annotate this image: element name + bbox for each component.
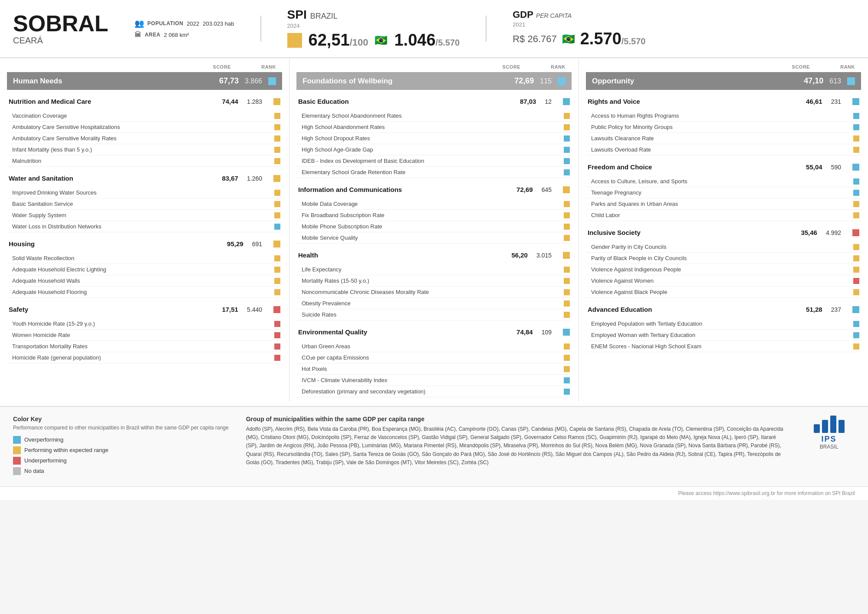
indicator-dot	[564, 124, 570, 130]
housing-title: Housing	[9, 240, 35, 248]
human-needs-indicator	[268, 77, 276, 85]
opportunity-scores: 47,10 613	[804, 76, 855, 86]
indicator-name: Ambulatory Care Sensitive Hospitalizatio…	[12, 124, 274, 130]
legend-underperforming-label: Underperforming	[24, 457, 67, 464]
indicator-row: Fix Broadband Subscription Rate	[296, 210, 572, 221]
adv-ed-rank: 237	[831, 306, 841, 313]
footer-note-text: Please access https://www.spibrasil.org.…	[678, 490, 855, 496]
indicator-dot	[274, 255, 280, 261]
indicator-name: Violence Against Indigenous People	[591, 266, 853, 273]
foundations-title: Foundations of Wellbeing	[302, 77, 392, 86]
info-comm-scores: 72,69 645	[516, 186, 570, 193]
municipalities-block: Group of municipalities within the same …	[246, 416, 786, 467]
indicator-dot	[564, 169, 570, 175]
gdp-block: GDP PER CAPITA 2021 R$ 26.767 🇧🇷 2.570/5…	[513, 9, 645, 48]
foundations-rank: 115	[540, 77, 552, 85]
col-foundations: SCORE RANK Foundations of Wellbeing 72,6…	[289, 58, 579, 402]
env-quality-title: Environmental Quality	[298, 328, 367, 336]
indicator-name: Mobile Service Quality	[302, 234, 564, 241]
housing-indicator	[273, 241, 280, 248]
indicator-row: Solid Waste Recollection	[7, 253, 282, 264]
safety-score: 17,51	[222, 306, 238, 313]
indicator-row: Obesity Prevalence	[296, 298, 572, 309]
legend-overperforming-label: Overperforming	[24, 436, 63, 443]
indicator-dot	[853, 113, 859, 119]
ips-bar-1	[814, 424, 820, 433]
housing-rank: 691	[252, 241, 262, 248]
spi-scores-row: 62,51/100 🇧🇷 1.046/5.570	[287, 31, 460, 50]
indicator-row: Child Labor	[586, 210, 861, 221]
indicator-name: Malnutrition	[12, 158, 274, 164]
col2-rank-label: RANK	[551, 64, 566, 69]
col1-rank-label: RANK	[261, 64, 276, 69]
ips-bar-3	[830, 416, 836, 433]
indicator-dot	[274, 332, 280, 338]
env-quality-scores: 74,84 109	[516, 328, 570, 336]
indicator-name: Elementary School Grade Retention Rate	[302, 169, 564, 175]
basic-ed-score: 87,03	[520, 98, 536, 105]
spi-label: SPI	[287, 8, 307, 22]
indicator-row: Noncommunicable Chronic Diseases Moralit…	[296, 287, 572, 298]
gdp-value: R$ 26.767	[513, 33, 557, 45]
inclusive-indicator	[852, 229, 859, 236]
indicator-name: Adequate Household Walls	[12, 277, 274, 284]
indicator-name: Employed Population with Tertiaty Educat…	[591, 320, 853, 327]
indicator-dot	[853, 190, 859, 196]
freedom-scores: 55,04 590	[806, 163, 859, 171]
indicator-dot	[274, 158, 280, 164]
indicator-row: Life Expectancy	[296, 264, 572, 275]
indicator-name: Public Policy for Minority Groups	[591, 124, 853, 130]
freedom-rank: 590	[831, 164, 841, 171]
spi-color-indicator	[287, 33, 302, 48]
city-info: SOBRAL CEARÁ	[13, 12, 108, 46]
indicator-name: Ambulatory Care Sensitive Morality Rates	[12, 135, 274, 142]
indicator-dot	[564, 224, 570, 230]
indicator-row: Water Supply System	[7, 210, 282, 221]
col1-score-rank-header: SCORE RANK	[7, 63, 282, 71]
nutrition-score: 74,44	[222, 98, 238, 105]
info-comm-indicator	[563, 186, 570, 193]
indicator-row: Violence Against Indigenous People	[586, 264, 861, 275]
col2-score-rank-header: SCORE RANK	[296, 63, 572, 71]
indicator-dot	[564, 267, 570, 273]
indicator-name: Adequate Household Flooring	[12, 289, 274, 295]
inclusive-title: Inclusive Society	[588, 229, 641, 236]
water-rank: 1.260	[247, 175, 262, 182]
ips-bar-2	[822, 420, 828, 433]
indicator-dot	[564, 201, 570, 207]
indicator-name: Infant Mortality (less than 5 y.o.)	[12, 146, 274, 153]
indicator-dot	[274, 135, 280, 142]
col-opportunity: SCORE RANK Opportunity 47,10 613 Rights …	[579, 58, 868, 402]
freedom-indicator	[852, 164, 859, 171]
indicator-name: Mobile Data Coverage	[302, 201, 564, 207]
legend-yellow-box	[13, 446, 21, 454]
indicator-name: Basic Sanitation Service	[12, 201, 274, 207]
indicator-row: Malnutrition	[7, 155, 282, 167]
indicator-dot	[564, 289, 570, 295]
indicator-row: Homicide Rate (general population)	[7, 352, 282, 363]
indicator-row: IVCM - Climate Vulnerability Index	[296, 375, 572, 386]
foundations-header: Foundations of Wellbeing 72,69 115	[296, 72, 572, 90]
indicator-row: CO₂e per capita Emissions	[296, 352, 572, 363]
indicator-dot	[853, 278, 859, 284]
basic-ed-header: Basic Education 87,03 12	[296, 94, 572, 109]
indicator-dot	[274, 267, 280, 273]
indicator-dot	[853, 267, 859, 273]
indicator-name: Noncommunicable Chronic Diseases Moralit…	[302, 289, 564, 295]
indicator-dot	[274, 343, 280, 350]
indicator-row: Lawsuits Overload Rate	[586, 144, 861, 155]
indicator-row: Violence Against Black People	[586, 287, 861, 298]
nutrition-scores: 74,44 1.283	[222, 98, 280, 105]
indicator-dot	[853, 212, 859, 218]
indicator-name: Lawsuits Clearance Rate	[591, 135, 853, 142]
indicator-row: Lawsuits Clearance Rate	[586, 133, 861, 144]
rights-scores: 46,61 231	[806, 98, 859, 105]
indicator-name: Parity of Black People in City Councils	[591, 255, 853, 261]
env-quality-header: Environmental Quality 74,84 109	[296, 325, 572, 339]
rights-indicator	[852, 98, 859, 105]
ips-brasil-text: BRASIL	[820, 444, 838, 450]
footer: Color Key Performance compared to other …	[0, 406, 868, 486]
freedom-title: Freedom and Choice	[588, 163, 652, 171]
gdp-scores-row: R$ 26.767 🇧🇷 2.570/5.570	[513, 30, 645, 48]
rights-title: Rights and Voice	[588, 98, 640, 105]
